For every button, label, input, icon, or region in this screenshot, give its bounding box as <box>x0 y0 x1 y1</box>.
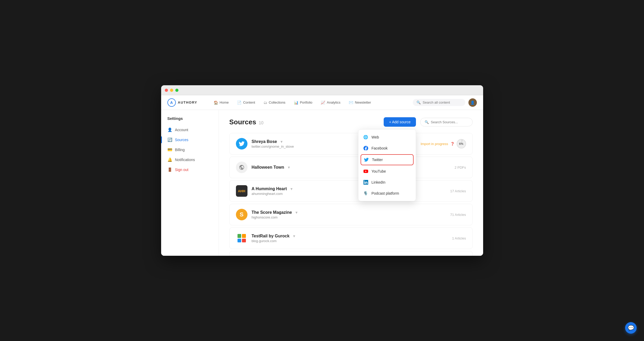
podcast-icon: 🎙️ <box>363 191 368 196</box>
collections-icon: 🗂 <box>263 100 267 105</box>
dropdown-web[interactable]: 🌐 Web <box>358 132 416 143</box>
linkedin-icon <box>363 180 368 185</box>
source-avatar-shreya <box>236 138 247 150</box>
search-sources-input[interactable] <box>431 120 468 124</box>
source-meta-humming: 17 Articles <box>450 189 466 193</box>
source-meta-halloween: 2 PDFs <box>455 166 466 169</box>
source-row-halloween: Halloween Town ▾ 2 PDFs <box>229 157 473 178</box>
search-icon: 🔍 <box>416 100 421 104</box>
sidebar-item-signout[interactable]: 🚪 Sign out <box>161 165 219 175</box>
billing-icon: 💳 <box>167 147 172 152</box>
chevron-shreya[interactable]: ▾ <box>281 140 282 144</box>
dropdown-youtube[interactable]: YouTube <box>358 166 416 177</box>
nav-items: 🏠 Home 📄 Content 🗂 Collections 📊 Portfol… <box>210 99 413 106</box>
add-source-dropdown: 🌐 Web Facebook <box>358 129 416 201</box>
nav-home[interactable]: 🏠 Home <box>210 99 233 106</box>
global-search-input[interactable] <box>423 100 462 104</box>
source-list: Shreya Bose ▾ twitter.com/gnome_in_stove… <box>229 133 473 256</box>
sidebar-item-account[interactable]: 👤 Account <box>161 125 219 135</box>
nav-content[interactable]: 📄 Content <box>233 99 259 106</box>
help-icon[interactable]: ❓ <box>450 142 455 146</box>
articles-count-humming: 17 Articles <box>450 189 466 193</box>
global-search[interactable]: 🔍 <box>413 99 465 106</box>
signout-icon: 🚪 <box>167 167 172 172</box>
topnav: A AUTHORY 🏠 Home 📄 Content 🗂 Collections <box>161 95 483 110</box>
youtube-icon <box>363 169 368 174</box>
source-url-humming: ahummingheart.com <box>252 192 446 196</box>
import-label: Import in progress <box>421 142 448 146</box>
page-title-area: Sources 10 <box>229 118 263 126</box>
articles-count-halloween: 2 PDFs <box>455 166 466 169</box>
source-info-score: The Score Magazine ▾ highonscore.com <box>252 210 446 219</box>
source-info-humming: A Humming Heart ▾ ahummingheart.com <box>252 187 446 196</box>
nav-analytics[interactable]: 📈 Analytics <box>317 99 344 106</box>
analytics-icon: 📈 <box>321 100 325 105</box>
source-info-halloween: Halloween Town ▾ <box>252 165 451 170</box>
portfolio-icon: 📊 <box>294 100 298 105</box>
source-meta-score: 71 Articles <box>450 213 466 217</box>
sidebar-item-notifications[interactable]: 🔔 Notifications <box>161 155 219 165</box>
articles-count-score: 71 Articles <box>450 213 466 217</box>
content-area: Settings 👤 Account 🔄 Sources 💳 Billing 🔔… <box>161 110 483 256</box>
sidebar: Settings 👤 Account 🔄 Sources 💳 Billing 🔔… <box>161 110 219 256</box>
content-icon: 📄 <box>237 100 241 105</box>
sidebar-item-billing[interactable]: 💳 Billing <box>161 145 219 155</box>
search-sources[interactable]: 🔍 <box>420 118 473 126</box>
source-row-score: S The Score Magazine ▾ highonscore.com 7… <box>229 204 473 225</box>
source-row-humming: AHH A Humming Heart ▾ ahummingheart.com … <box>229 180 473 202</box>
close-btn[interactable] <box>165 89 168 92</box>
search-sources-icon: 🔍 <box>425 120 429 124</box>
avatar-image: 👤 <box>468 98 477 107</box>
avatar[interactable]: 👤 <box>468 98 477 107</box>
nav-right: 🔍 👤 <box>413 98 477 107</box>
dropdown-linkedin[interactable]: LinkedIn <box>358 177 416 188</box>
source-name-humming: A Humming Heart ▾ <box>252 187 446 191</box>
source-meta-testrail: 1 Articles <box>452 236 466 240</box>
dropdown-facebook[interactable]: Facebook <box>358 143 416 154</box>
notifications-icon: 🔔 <box>167 157 172 162</box>
page-header: Sources 10 + Add source 🌐 Web <box>229 117 473 127</box>
nav-collections[interactable]: 🗂 Collections <box>260 99 289 106</box>
app-window: A AUTHORY 🏠 Home 📄 Content 🗂 Collections <box>161 85 483 256</box>
titlebar <box>161 85 483 95</box>
source-row-testrail: TestRail by Gurock ▾ blog.gurock.com 1 A… <box>229 227 473 249</box>
sidebar-item-sources[interactable]: 🔄 Sources <box>161 135 219 145</box>
header-actions: + Add source 🌐 Web <box>384 117 472 127</box>
dropdown-twitter[interactable]: Twitter <box>361 154 414 165</box>
home-icon: 🏠 <box>214 100 218 105</box>
articles-count-testrail: 1 Articles <box>452 236 466 240</box>
logo[interactable]: A AUTHORY <box>167 98 197 107</box>
app-body: A AUTHORY 🏠 Home 📄 Content 🗂 Collections <box>161 95 483 256</box>
logo-text: AUTHORY <box>178 100 197 104</box>
minimize-btn[interactable] <box>170 89 173 92</box>
chevron-score[interactable]: ▾ <box>295 210 297 215</box>
chevron-humming[interactable]: ▾ <box>291 187 292 191</box>
source-name-score: The Score Magazine ▾ <box>252 210 446 215</box>
source-row-neverinstall: Neverinstall ▾ blog.neverinstall.com 10 … <box>229 251 473 256</box>
source-row-shreya: Shreya Bose ▾ twitter.com/gnome_in_stove… <box>229 133 473 154</box>
nav-portfolio[interactable]: 📊 Portfolio <box>290 99 316 106</box>
source-name-testrail: TestRail by Gurock ▾ <box>252 234 448 238</box>
chevron-halloween[interactable]: ▾ <box>288 165 290 169</box>
account-icon: 👤 <box>167 127 172 132</box>
source-url-score: highonscore.com <box>252 215 446 219</box>
source-avatar-humming: AHH <box>236 185 247 197</box>
globe-icon: 🌐 <box>363 135 368 140</box>
sidebar-title: Settings <box>161 116 219 125</box>
source-name-halloween: Halloween Town ▾ <box>252 165 451 170</box>
chevron-testrail[interactable]: ▾ <box>293 234 295 238</box>
twitter-icon <box>364 157 369 162</box>
source-meta-shreya: Import in progress ❓ 6% <box>421 139 466 148</box>
chat-widget[interactable]: 💬 <box>625 322 637 334</box>
newsletter-icon: ✉️ <box>349 100 353 105</box>
source-avatar-score: S <box>236 209 247 220</box>
import-progress: Import in progress ❓ 6% <box>421 139 466 148</box>
add-source-button[interactable]: + Add source 🌐 Web <box>384 117 416 127</box>
dropdown-podcast[interactable]: 🎙️ Podcast platform <box>358 188 416 199</box>
nav-newsletter[interactable]: ✉️ Newsletter <box>345 99 374 106</box>
source-info-testrail: TestRail by Gurock ▾ blog.gurock.com <box>252 234 448 243</box>
maximize-btn[interactable] <box>175 89 178 92</box>
page-count: 10 <box>259 121 263 125</box>
facebook-icon <box>363 146 368 151</box>
chat-icon: 💬 <box>628 325 634 331</box>
